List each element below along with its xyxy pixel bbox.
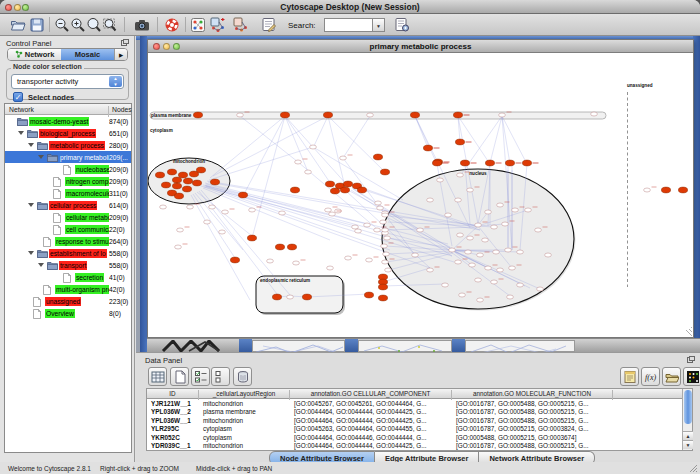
scrollbar-thumb[interactable] bbox=[684, 390, 692, 424]
background-window-thumbnail[interactable] bbox=[358, 340, 452, 352]
zoom-selected-icon[interactable] bbox=[86, 17, 102, 33]
window-titlebar[interactable]: Cytoscape Desktop (New Session) bbox=[0, 0, 700, 14]
color-attribute-select[interactable]: transporter activity ▲▼ bbox=[11, 74, 124, 89]
table-cell[interactable]: YLR295C bbox=[147, 425, 199, 434]
unselect-all-attributes-button[interactable] bbox=[170, 367, 189, 386]
zoom-out-icon[interactable] bbox=[54, 17, 70, 33]
background-window-edge[interactable] bbox=[239, 339, 252, 353]
table-cell[interactable]: YKR052C bbox=[147, 434, 199, 443]
tree-row[interactable]: cellular process614(0) bbox=[5, 199, 131, 211]
table-cell[interactable]: cytoplasm bbox=[199, 434, 290, 443]
table-cell[interactable]: [GO:0044464, GO:0044444, GO:0044425, G..… bbox=[290, 442, 452, 451]
tree-row-label[interactable]: secretion bbox=[75, 273, 104, 283]
table-cell[interactable]: [GO:0044464, GO:0044444, GO:0044425, G..… bbox=[290, 408, 452, 417]
background-network-thumbnail[interactable] bbox=[161, 340, 236, 352]
create-attribute-button[interactable] bbox=[211, 367, 230, 386]
help-icon[interactable] bbox=[164, 17, 180, 33]
open-session-icon[interactable] bbox=[10, 17, 26, 33]
table-cell[interactable]: [GO:0016787, GO:0005488, GO:0005215, G..… bbox=[452, 400, 613, 409]
table-cell[interactable]: mitochondrion bbox=[199, 400, 290, 409]
tree-row-label[interactable]: cellular metabo bbox=[65, 213, 109, 223]
tree-row-label[interactable]: cell communicat bbox=[65, 225, 109, 235]
snapshot-icon[interactable] bbox=[134, 17, 150, 33]
tree-row[interactable]: primary metabolic process209(... bbox=[5, 151, 131, 163]
tree-row[interactable]: unassigned223(0) bbox=[5, 295, 131, 307]
table-row[interactable]: YLR295Ccytoplasm[GO:0045263, GO:0044464,… bbox=[147, 425, 683, 434]
tab-overflow-arrow[interactable]: ▶ bbox=[114, 49, 127, 60]
scroll-up-button[interactable]: ▲ bbox=[683, 431, 693, 440]
table-cell[interactable]: YJR121W__1 bbox=[147, 400, 199, 409]
attribute-table-header[interactable]: ID_cellularLayoutRegionannotation.GO CEL… bbox=[147, 389, 683, 399]
vizmapper-icon[interactable] bbox=[190, 17, 206, 33]
table-scrollbar[interactable]: ▲ ▼ bbox=[682, 389, 692, 450]
background-window-edge[interactable] bbox=[345, 339, 358, 353]
table-row[interactable]: YJR121W__1mitochondrion[GO:0045267, GO:0… bbox=[147, 400, 683, 409]
tree-row[interactable]: cell communicat22(0) bbox=[5, 223, 131, 235]
tree-row-label[interactable]: macromolecule bbox=[65, 189, 109, 199]
table-cell[interactable]: [GO:0016787, GO:0005488, GO:0005215, G..… bbox=[452, 408, 613, 417]
tab-mosaic[interactable]: Mosaic bbox=[61, 49, 114, 60]
matrix-view-button[interactable] bbox=[683, 367, 700, 386]
resize-grip[interactable] bbox=[689, 464, 698, 473]
tree-header-network[interactable]: Network bbox=[9, 106, 34, 113]
table-cell[interactable]: mitochondrion bbox=[199, 417, 290, 426]
save-session-icon[interactable] bbox=[29, 17, 45, 33]
background-window-thumbnail[interactable] bbox=[465, 340, 575, 352]
tree-row[interactable]: macromolecule311(0) bbox=[5, 187, 131, 199]
tree-row-label[interactable]: Overview bbox=[45, 309, 75, 319]
import-attributes-button[interactable] bbox=[662, 367, 681, 386]
table-row[interactable]: YDR039C__1mitochondrion[GO:0044464, GO:0… bbox=[147, 442, 683, 451]
tree-header[interactable]: Network Nodes bbox=[5, 104, 131, 115]
tree-row[interactable]: cellular metabo209(0) bbox=[5, 211, 131, 223]
zoom-in-icon[interactable] bbox=[70, 17, 86, 33]
tree-row[interactable]: nitrogen compo209(0) bbox=[5, 175, 131, 187]
table-row[interactable]: YPL036W__2plasma membrane[GO:0044464, GO… bbox=[147, 408, 683, 417]
function-builder-button[interactable]: f(x) bbox=[641, 367, 660, 386]
table-cell[interactable]: YDR039C__1 bbox=[147, 442, 199, 451]
expand-triangle-icon[interactable] bbox=[18, 131, 24, 135]
zoom-fit-icon[interactable] bbox=[102, 17, 118, 33]
network-window-titlebar[interactable]: primary metabolic process bbox=[148, 40, 693, 53]
select-attributes-button[interactable] bbox=[191, 367, 210, 386]
background-window-edge[interactable] bbox=[452, 339, 465, 353]
table-cell[interactable]: [GO:0045263, GO:0044464, GO:0044455, G..… bbox=[290, 425, 452, 434]
tree-row-label[interactable]: metabolic process bbox=[49, 141, 105, 151]
tree-row[interactable]: nucleobase-209(0) bbox=[5, 163, 131, 175]
float-data-panel-icon[interactable] bbox=[687, 356, 695, 363]
tree-row-label[interactable]: multi-organism pro bbox=[55, 285, 109, 295]
tree-row[interactable]: metabolic process280(0) bbox=[5, 139, 131, 151]
delete-attribute-button[interactable] bbox=[233, 367, 252, 386]
tree-row[interactable]: Overview8(0) bbox=[5, 307, 131, 319]
column-header[interactable]: ID bbox=[147, 390, 199, 400]
tree-row-label[interactable]: biological_process bbox=[39, 129, 96, 139]
tree-row-label[interactable]: establishment of lo bbox=[49, 249, 107, 259]
expand-triangle-icon[interactable] bbox=[28, 203, 34, 207]
select-nodes-checkbox[interactable]: ✓ bbox=[13, 92, 23, 102]
table-cell[interactable]: [GO:0016787, GO:0005215, GO:0003824, G..… bbox=[452, 425, 613, 434]
network-canvas[interactable]: plasma membranecytoplasmmitochondrionnuc… bbox=[148, 53, 693, 337]
table-cell[interactable]: YPL036W__2 bbox=[147, 408, 199, 417]
tree-row[interactable]: multi-organism pro42(0) bbox=[5, 283, 131, 295]
background-window-thumbnail[interactable] bbox=[252, 340, 345, 352]
table-cell[interactable]: [GO:0016787, GO:0005488, GO:0005215, G..… bbox=[452, 442, 613, 451]
expand-triangle-icon[interactable] bbox=[28, 251, 34, 255]
column-header[interactable]: _cellularLayoutRegion bbox=[199, 390, 290, 400]
tree-row-label[interactable]: nucleobase- bbox=[75, 165, 109, 175]
search-dropdown-arrow[interactable]: ▼ bbox=[372, 18, 385, 32]
expand-triangle-icon[interactable] bbox=[38, 263, 44, 267]
table-cell[interactable]: YPL036W__1 bbox=[147, 417, 199, 426]
table-cell[interactable]: cytoplasm bbox=[199, 425, 290, 434]
tree-row-label[interactable]: nitrogen compo bbox=[65, 177, 109, 187]
tree-row-label[interactable]: response to stimulu bbox=[55, 237, 109, 247]
float-panel-icon[interactable] bbox=[121, 39, 129, 46]
tree-row[interactable]: transport558(0) bbox=[5, 259, 131, 271]
table-cell[interactable]: [GO:0044464, GO:0044446, GO:0044444, G..… bbox=[290, 434, 452, 443]
tree-row[interactable]: biological_process651(0) bbox=[5, 127, 131, 139]
tree-row[interactable]: establishment of lo558(0) bbox=[5, 247, 131, 259]
tree-row-label[interactable]: transport bbox=[59, 261, 87, 271]
table-cell[interactable]: [GO:0044464, GO:0044444, GO:0044425, G..… bbox=[290, 417, 452, 426]
expand-triangle-icon[interactable] bbox=[38, 155, 44, 159]
tree-row[interactable]: response to stimulu264(0) bbox=[5, 235, 131, 247]
table-cell[interactable]: [GO:0045267, GO:0045261, GO:0044464, G..… bbox=[290, 400, 452, 409]
select-all-attributes-button[interactable] bbox=[148, 367, 167, 386]
